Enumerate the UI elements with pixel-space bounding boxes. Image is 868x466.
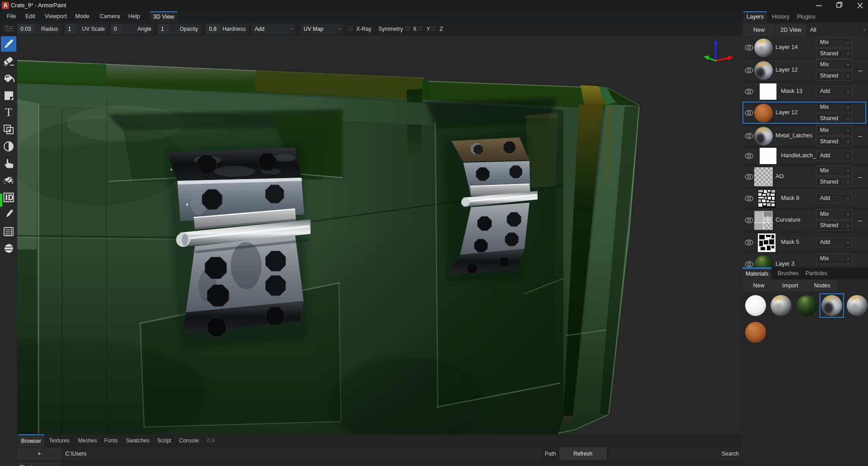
svg-text:T: T (5, 106, 12, 119)
